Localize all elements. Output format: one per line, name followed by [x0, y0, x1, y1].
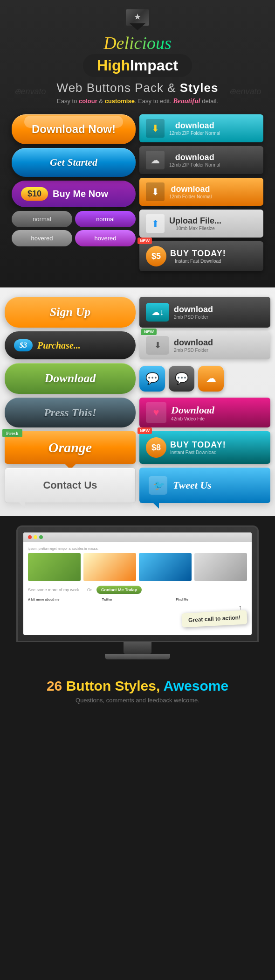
ribbon-decoration: ★ — [7, 9, 268, 30]
icon-buttons-row: 💬 💬 ☁ — [139, 363, 270, 394]
buy-today2-main: BUY TODAY! — [170, 440, 226, 450]
callout-sticker: Great call to action! — [181, 610, 247, 627]
dl-teal-icon: ☁↓ — [146, 303, 169, 322]
screen-item-3 — [139, 553, 192, 581]
monitor-screen: ipsum, pretium eget tempor a, sodales in… — [23, 532, 252, 635]
mid-row-2: $3 Purchase... NEW ⬇ download 2mb PSD Fo… — [5, 331, 270, 359]
title-web-buttons: Web Buttons Pack & Styles — [7, 81, 268, 95]
styles-text: Styles — [180, 81, 219, 95]
dl-dark-sub: 12mb ZIP Folder Normal — [169, 162, 220, 168]
buy-today-sub: Instant Fast Download — [170, 259, 226, 264]
normal-purple-button[interactable]: normal — [75, 211, 136, 227]
footer-col1: A bit more about me ............... — [28, 598, 99, 606]
new-badge2: NEW — [141, 329, 157, 335]
mid-row-6: Contact Us 🐦 Tweet Us — [5, 468, 270, 503]
purchase-text: Purchase... — [37, 340, 81, 351]
hovered-purple-button[interactable]: hovered — [75, 230, 136, 246]
callout-text: Great call to action! — [188, 614, 241, 623]
screen-see-more-row: See some more of my work... Or Contact M… — [28, 586, 247, 594]
footer-col2: Twitter ............... — [102, 598, 173, 606]
dl-upload-main: Upload File... — [169, 216, 221, 226]
footer-col3-text: ............... — [176, 602, 247, 606]
twitter-bird-icon: 🐦 — [149, 476, 167, 495]
monitor-wrap: ipsum, pretium eget tempor a, sodales in… — [16, 525, 259, 659]
download-orange-icon: ⬇ — [146, 182, 165, 201]
monitor-stand — [124, 642, 151, 654]
new-badge: NEW — [138, 238, 152, 244]
screen-dot-yellow — [34, 535, 37, 539]
monitor-base — [105, 654, 170, 659]
get-started-button[interactable]: Get Started — [12, 148, 136, 177]
buy-today-button[interactable]: NEW $5 BUY TODAY! Instant Fast Download — [139, 241, 263, 271]
footer-col2-title: Twitter — [102, 598, 173, 601]
dl-pink-main: Download — [171, 404, 214, 416]
normal-gray-button[interactable]: normal — [12, 211, 72, 227]
contact-us-button[interactable]: Contact Us — [5, 468, 136, 503]
mid-row-5: Fresh Orange NEW $8 BUY TODAY! Instant F… — [5, 431, 270, 464]
title-highimpact: HighImpact — [83, 54, 192, 77]
chat-blue-button[interactable]: 💬 — [139, 366, 165, 392]
monitor-section: ipsum, pretium eget tempor a, sodales in… — [0, 516, 275, 669]
bottom-subtitle: Questions, comments and feedback welcome… — [7, 697, 268, 704]
cloud-orange-button[interactable]: ☁ — [198, 366, 224, 392]
chat-gray-icon: 💬 — [175, 372, 189, 385]
download-blue-button[interactable]: ⬇ download 12mb ZIP Folder Normal — [139, 114, 263, 142]
dl-dark-main: download — [169, 153, 220, 162]
download-cloud-icon: ☁ — [146, 151, 165, 169]
dl-orange-sub: 12mb Folder Normal — [169, 194, 212, 199]
mid-section: Sign Up ☁↓ download 2mb PSD Folder $3 Pu… — [0, 287, 275, 516]
buy-today2-button[interactable]: NEW $8 BUY TODAY! Instant Fast Download — [139, 431, 270, 464]
title-high: High — [97, 57, 130, 74]
left-buttons-col: Download Now! Get Started $10 Buy Me Now… — [12, 114, 136, 271]
screen-footer: A bit more about me ............... Twit… — [28, 598, 247, 606]
monitor-body: ipsum, pretium eget tempor a, sodales in… — [16, 525, 259, 642]
screen-contact-button[interactable]: Contact Me Today — [96, 586, 142, 594]
dl-pink-text: Download 42mb Video File — [171, 404, 214, 421]
dl-teal-sub: 2mb PSD Folder — [174, 315, 213, 320]
upload-arrow-icon: ⬆ — [146, 214, 165, 233]
ampersand: & — [164, 81, 180, 95]
dl-orange-text: download 12mb Folder Normal — [169, 184, 212, 199]
buy-today2-sub: Instant Fast Download — [170, 450, 226, 455]
download-green-button[interactable]: Download — [5, 363, 136, 394]
subtitle-customise: customise — [105, 98, 135, 105]
buy-me-now-text: Buy Me Now — [53, 189, 108, 199]
mid-row-3: Download 💬 💬 ☁ — [5, 363, 270, 394]
download-teal-button[interactable]: ☁↓ download 2mb PSD Folder — [139, 297, 270, 328]
bottom-awesome: Awesome — [164, 678, 229, 693]
purchase-button[interactable]: $3 Purchase... — [5, 331, 136, 359]
subtitle-beautiful: Beautiful — [173, 97, 200, 105]
footer-col1-title: A bit more about me — [28, 598, 99, 601]
title-impact: Impact — [130, 57, 178, 74]
download-now-button[interactable]: Download Now! — [12, 114, 136, 144]
press-this-button[interactable]: Press This! — [5, 398, 136, 427]
hovered-gray-button[interactable]: hovered — [12, 230, 72, 246]
chat-gray-button[interactable]: 💬 — [169, 366, 194, 392]
or-text: Or — [87, 588, 92, 592]
download-dark-button[interactable]: ☁ download 12mb ZIP Folder Normal — [139, 146, 263, 174]
dl-blue-main: download — [169, 121, 220, 131]
dl-pink-sub: 42mb Video File — [171, 416, 214, 421]
buy-me-now-button[interactable]: $10 Buy Me Now — [12, 181, 136, 207]
cloud-orange-icon: ☁ — [206, 372, 216, 385]
sign-up-button[interactable]: Sign Up — [5, 297, 136, 328]
heart-icon: ♥ — [146, 402, 166, 423]
mid-row-1: Sign Up ☁↓ download 2mb PSD Folder — [5, 297, 270, 328]
footer-col2-text: ............... — [102, 602, 173, 606]
download-orange-button[interactable]: ⬇ download 12mb Folder Normal — [139, 178, 263, 206]
dl-gray2-main: download — [174, 338, 213, 348]
dl-teal-main: download — [174, 305, 213, 315]
download-pink-button[interactable]: ♥ Download 42mb Video File — [139, 398, 270, 427]
buy-today-text: BUY TODAY! Instant Fast Download — [170, 249, 226, 264]
bottom-btn-label: Button Styles, — [66, 678, 160, 693]
download-gray2-button[interactable]: NEW ⬇ download 2mb PSD Folder — [139, 331, 270, 359]
subtitle: Easy to colour & customise. Easy to edit… — [7, 97, 268, 105]
orange-button[interactable]: Fresh Orange — [5, 431, 136, 464]
dl-upload-sub: 10mb Max Filesize — [169, 226, 221, 231]
upload-file-button[interactable]: ⬆ Upload File... 10mb Max Filesize — [139, 210, 263, 238]
tweet-us-button[interactable]: 🐦 Tweet Us — [139, 468, 270, 503]
top-section: ⊕envato ⊕envato ★ Delicious HighImpact W… — [0, 0, 275, 287]
dl-gray2-icon: ⬇ — [146, 336, 169, 355]
subtitle-p2: & — [97, 98, 105, 105]
new-badge3: NEW — [138, 427, 152, 434]
